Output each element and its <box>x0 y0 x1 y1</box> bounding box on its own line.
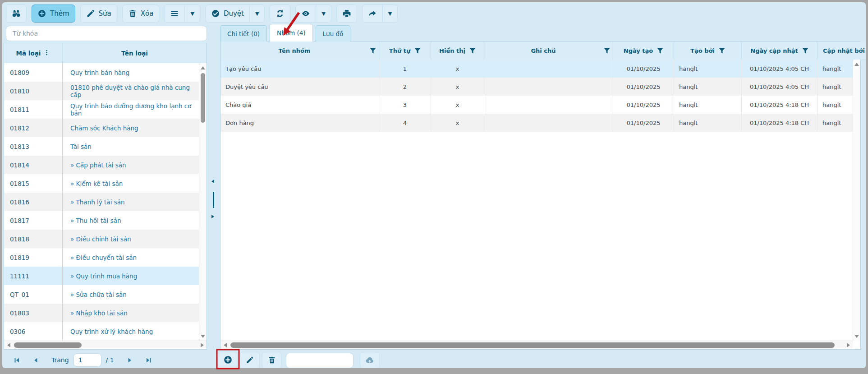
approve-dropdown-button[interactable]: ▼ <box>249 5 264 22</box>
left-hscroll-thumb[interactable] <box>14 342 82 348</box>
column-header-ngay-cap-nhat[interactable]: Ngày cập nhật <box>742 42 817 60</box>
table-row[interactable]: 0181001810 phê duyệt và chào giá nhà cun… <box>4 82 199 100</box>
approve-button-label: Duyệt <box>224 9 244 18</box>
last-page-button[interactable] <box>145 357 152 364</box>
left-vertical-scrollbar[interactable] <box>199 63 207 341</box>
edit-group-button[interactable] <box>240 352 260 368</box>
table-row[interactable]: 01817» Thu hồi tài sản <box>4 211 199 230</box>
keyword-search-input[interactable] <box>6 26 207 41</box>
splitter-handle[interactable] <box>213 192 214 208</box>
filter-icon[interactable] <box>370 48 376 54</box>
plus-circle-icon <box>223 355 233 366</box>
column-header-hien-thi[interactable]: Hiển thị <box>431 42 484 60</box>
first-page-button[interactable] <box>14 357 20 364</box>
table-row[interactable]: Duyệt yêu cầu 2 x 01/10/2025 hanglt 01/1… <box>220 78 853 96</box>
delete-button-label: Xóa <box>141 9 154 18</box>
upload-button[interactable] <box>360 352 380 368</box>
menu-dropdown-button[interactable]: ▼ <box>184 5 199 22</box>
filter-icon[interactable] <box>604 48 610 54</box>
find-button[interactable] <box>6 5 26 22</box>
filter-icon[interactable] <box>719 48 725 54</box>
column-header-ten-nhom[interactable]: Tên nhóm <box>220 42 379 60</box>
expand-right-icon[interactable] <box>211 213 215 220</box>
scroll-up-icon[interactable] <box>853 60 860 68</box>
category-code: 01816 <box>4 193 63 211</box>
category-code: 01817 <box>4 211 63 230</box>
table-row[interactable]: 01811Quy trình bảo dưỡng dương kho lạnh … <box>4 100 199 119</box>
add-button[interactable]: Thêm <box>32 5 75 22</box>
column-header-thu-tu[interactable]: Thứ tự <box>379 42 431 60</box>
refresh-button[interactable] <box>270 5 290 22</box>
page-number-input[interactable] <box>73 353 101 367</box>
share-dropdown-button[interactable]: ▼ <box>382 5 397 22</box>
left-horizontal-scrollbar[interactable] <box>4 341 207 349</box>
tab-chi-tiet[interactable]: Chi tiết (0) <box>220 25 267 42</box>
scroll-left-icon[interactable] <box>5 342 12 349</box>
kebab-menu-icon[interactable] <box>43 49 50 57</box>
table-row[interactable]: QT_01» Sửa chữa tài sản <box>4 285 199 304</box>
column-label: Cập nhật bởi <box>823 47 865 54</box>
scroll-down-icon[interactable] <box>853 332 860 340</box>
add-group-button[interactable] <box>218 352 238 368</box>
scroll-up-icon[interactable] <box>199 64 207 71</box>
approve-button[interactable]: Duyệt <box>206 5 249 22</box>
table-row[interactable]: 01819» Điều chuyển tài sản <box>4 248 199 267</box>
table-row[interactable]: 01812Chăm sóc Khách hàng <box>4 119 199 137</box>
filter-icon[interactable] <box>469 48 476 54</box>
table-row[interactable]: 01803» Nhập kho tài sản <box>4 304 199 322</box>
category-name: » Nhập kho tài sản <box>63 304 199 322</box>
column-header-name[interactable]: Tên loại <box>63 43 207 63</box>
filter-icon[interactable] <box>802 48 808 54</box>
menu-button[interactable] <box>165 5 184 22</box>
right-horizontal-scrollbar[interactable] <box>220 341 853 349</box>
collapse-left-icon[interactable] <box>211 178 215 185</box>
table-row[interactable]: 01813Tài sản <box>4 137 199 156</box>
delete-group-button[interactable] <box>262 352 282 368</box>
right-vertical-scrollbar[interactable] <box>853 60 860 341</box>
view-dropdown-button[interactable]: ▼ <box>316 5 331 22</box>
column-header-ngay-tao[interactable]: Ngày tạo <box>613 42 674 60</box>
scroll-right-icon[interactable] <box>198 342 206 349</box>
cell-tao-boi: hanglt <box>674 78 742 96</box>
table-row[interactable]: 01818» Điều chỉnh tài sản <box>4 230 199 248</box>
print-button[interactable] <box>337 5 357 22</box>
cell-hien-thi: x <box>431 60 484 78</box>
prev-page-button[interactable] <box>32 357 39 364</box>
column-header-code-label: Mã loại <box>16 50 41 57</box>
table-row[interactable]: 01816» Thanh lý tài sản <box>4 193 199 211</box>
edit-button[interactable]: Sửa <box>81 5 117 22</box>
scroll-left-icon[interactable] <box>221 342 229 349</box>
table-row[interactable]: Chào giá 3 x 01/10/2025 hanglt 01/10/202… <box>220 96 853 114</box>
table-row[interactable]: 01815» Kiểm kê tài sản <box>4 174 199 193</box>
table-row[interactable]: 0306Quy trình xử lý khách hàng <box>4 322 199 341</box>
table-row-selected[interactable]: 11111» Quy trình mua hàng <box>4 267 199 285</box>
right-hscroll-thumb[interactable] <box>230 342 835 348</box>
delete-button[interactable]: Xóa <box>123 5 159 22</box>
category-grid-body: 01809Quy trình bán hàng 0181001810 phê d… <box>4 63 199 341</box>
table-row[interactable]: 01809Quy trình bán hàng <box>4 63 199 82</box>
table-row-selected[interactable]: Tạo yêu cầu 1 x 01/10/2025 hanglt 01/10/… <box>220 60 853 78</box>
column-header-code[interactable]: Mã loại <box>4 43 63 63</box>
category-name: » Thanh lý tài sản <box>63 193 199 211</box>
left-vscroll-thumb[interactable] <box>201 73 205 123</box>
column-header-ghi-chu[interactable]: Ghi chú <box>484 42 613 60</box>
scroll-down-icon[interactable] <box>199 332 207 340</box>
view-button[interactable] <box>296 5 316 22</box>
next-page-button[interactable] <box>126 357 133 364</box>
cell-ngay-cap-nhat: 01/10/2025 4:05 CH <box>742 60 817 78</box>
share-button[interactable] <box>363 5 382 22</box>
filter-icon[interactable] <box>657 48 663 54</box>
tab-luu-do[interactable]: Lưu đồ <box>316 25 351 42</box>
table-row[interactable]: 01814» Cấp phát tài sản <box>4 156 199 174</box>
column-header-cap-nhat-boi[interactable]: Cập nhật bởi <box>817 42 866 60</box>
column-header-tao-boi[interactable]: Tạo bởi <box>674 42 742 60</box>
category-code: 01815 <box>4 174 63 193</box>
filter-icon[interactable] <box>414 48 421 54</box>
category-name: » Điều chỉnh tài sản <box>63 230 199 248</box>
group-footer-input[interactable] <box>286 353 354 368</box>
printer-icon <box>342 9 351 18</box>
scroll-right-icon[interactable] <box>845 342 852 349</box>
panel-splitter[interactable] <box>208 43 220 350</box>
table-row[interactable]: Đơn hàng 4 x 01/10/2025 hanglt 01/10/202… <box>220 114 853 132</box>
tab-nhom[interactable]: Nhóm (4) <box>270 24 312 42</box>
